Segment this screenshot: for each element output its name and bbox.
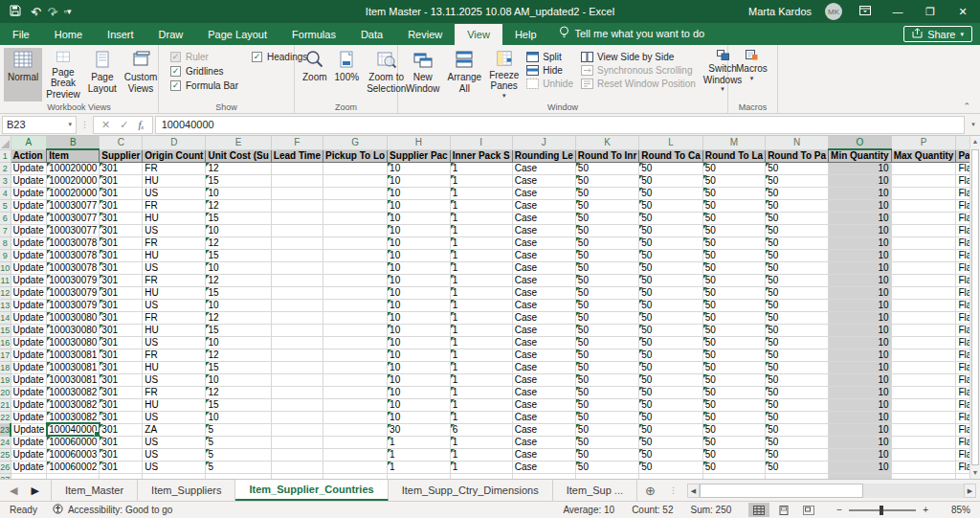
cell[interactable]: FR bbox=[143, 274, 206, 286]
cell[interactable]: 50 bbox=[702, 448, 765, 461]
cell[interactable]: 10 bbox=[206, 261, 271, 274]
cell[interactable]: Case bbox=[512, 423, 575, 436]
row-header-9[interactable]: 9 bbox=[0, 249, 11, 261]
cell[interactable] bbox=[271, 361, 323, 373]
cell[interactable]: 100020000 bbox=[47, 174, 100, 187]
cell[interactable]: 50 bbox=[766, 174, 829, 187]
normal-view-icon[interactable] bbox=[748, 503, 769, 517]
cell[interactable]: Case bbox=[512, 349, 575, 361]
cell[interactable]: 50 bbox=[639, 436, 702, 448]
cell[interactable]: 1 bbox=[450, 199, 512, 212]
row-header-18[interactable]: 18 bbox=[0, 361, 11, 373]
status-average[interactable]: Average: 10 bbox=[563, 505, 614, 515]
header-cell[interactable]: Max Quantity bbox=[891, 149, 956, 162]
column-header-C[interactable]: C bbox=[100, 136, 143, 149]
cell[interactable]: Case bbox=[512, 212, 575, 224]
cell[interactable]: 1 bbox=[450, 274, 512, 286]
cell[interactable]: 10 bbox=[829, 199, 892, 212]
cell[interactable]: 50 bbox=[639, 349, 702, 361]
cell[interactable]: 1 bbox=[450, 361, 512, 373]
cell[interactable]: 100030079 bbox=[47, 286, 100, 299]
cell[interactable]: 301 bbox=[100, 261, 143, 274]
cell[interactable]: HU bbox=[143, 286, 206, 299]
cell[interactable]: HU bbox=[143, 361, 206, 373]
cell[interactable]: 1 bbox=[388, 461, 451, 473]
cell[interactable] bbox=[271, 349, 323, 361]
cell[interactable]: 50 bbox=[702, 324, 765, 336]
cell[interactable]: Update bbox=[11, 286, 47, 299]
cell[interactable]: 50 bbox=[702, 261, 765, 274]
cell[interactable] bbox=[271, 336, 323, 349]
100%-button[interactable]: 100% bbox=[331, 48, 364, 101]
cell[interactable]: 10 bbox=[829, 461, 892, 473]
cell[interactable]: 50 bbox=[575, 299, 638, 311]
cell[interactable]: 50 bbox=[702, 249, 765, 261]
page-layout-button[interactable]: Page Layout bbox=[84, 48, 121, 101]
scroll-right-icon[interactable]: ▶ bbox=[964, 484, 976, 498]
cell[interactable]: 301 bbox=[100, 236, 143, 249]
cell[interactable] bbox=[891, 436, 956, 448]
cell[interactable]: 1 bbox=[450, 261, 512, 274]
cell[interactable]: 301 bbox=[100, 286, 143, 299]
cell[interactable]: FR bbox=[143, 236, 206, 249]
cell[interactable]: Case bbox=[512, 461, 575, 473]
cell[interactable]: 301 bbox=[100, 336, 143, 349]
cell[interactable]: 301 bbox=[100, 274, 143, 286]
cell[interactable]: 50 bbox=[702, 274, 765, 286]
cell[interactable] bbox=[891, 361, 956, 373]
cell[interactable]: 50 bbox=[639, 162, 702, 174]
cell[interactable]: 10 bbox=[388, 386, 451, 398]
cell[interactable]: Case bbox=[512, 361, 575, 373]
cell[interactable]: 1 bbox=[450, 324, 512, 336]
header-cell[interactable]: Action bbox=[11, 149, 47, 162]
cell[interactable]: 1 bbox=[450, 212, 512, 224]
cell[interactable] bbox=[891, 261, 956, 274]
minimize-button[interactable]: — bbox=[888, 6, 907, 17]
restore-button[interactable]: ❐ bbox=[921, 6, 940, 18]
cell[interactable]: Case bbox=[512, 386, 575, 398]
cell[interactable]: 50 bbox=[639, 212, 702, 224]
cell[interactable]: 50 bbox=[702, 423, 765, 436]
cell[interactable]: 50 bbox=[639, 461, 702, 473]
cell[interactable]: 50 bbox=[575, 261, 638, 274]
cell[interactable]: 100030082 bbox=[47, 398, 100, 411]
cell[interactable]: Case bbox=[512, 286, 575, 299]
cell[interactable] bbox=[271, 174, 323, 187]
cell[interactable] bbox=[323, 224, 388, 236]
cell[interactable]: 15 bbox=[206, 286, 271, 299]
cell[interactable]: 10 bbox=[388, 212, 451, 224]
cell[interactable]: 15 bbox=[206, 249, 271, 261]
cell[interactable]: 10 bbox=[388, 162, 451, 174]
cell[interactable]: 301 bbox=[100, 398, 143, 411]
cell[interactable]: 10 bbox=[388, 349, 451, 361]
cell[interactable]: 50 bbox=[766, 398, 829, 411]
cell[interactable]: 1 bbox=[450, 236, 512, 249]
cell[interactable]: 1 bbox=[450, 411, 512, 423]
column-header-N[interactable]: N bbox=[766, 136, 829, 149]
cell[interactable]: FR bbox=[143, 199, 206, 212]
column-header-D[interactable]: D bbox=[143, 136, 206, 149]
cell[interactable]: 1 bbox=[450, 461, 512, 473]
cell[interactable]: 50 bbox=[639, 236, 702, 249]
zoom-level[interactable]: 85% bbox=[946, 505, 970, 515]
checkbox-gridlines[interactable]: ✓Gridlines bbox=[170, 66, 238, 77]
collapse-ribbon-icon[interactable]: ⌃ bbox=[963, 101, 970, 111]
cell[interactable]: 301 bbox=[100, 386, 143, 398]
cell[interactable]: 1 bbox=[450, 386, 512, 398]
cell[interactable]: 50 bbox=[575, 311, 638, 324]
cell[interactable]: 12 bbox=[206, 236, 271, 249]
cell[interactable]: Case bbox=[512, 261, 575, 274]
cell[interactable] bbox=[271, 311, 323, 324]
cell[interactable]: 50 bbox=[766, 236, 829, 249]
cell[interactable]: Flat bbox=[956, 336, 969, 349]
sheet-nav-left-icon[interactable]: ◀ bbox=[10, 484, 17, 497]
cell[interactable]: 50 bbox=[639, 299, 702, 311]
cell[interactable]: 10 bbox=[829, 261, 892, 274]
cell[interactable]: 10 bbox=[829, 299, 892, 311]
row-header-21[interactable]: 21 bbox=[0, 398, 11, 411]
cell[interactable]: 301 bbox=[100, 324, 143, 336]
cell[interactable]: FR bbox=[143, 386, 206, 398]
cell[interactable]: Update bbox=[11, 386, 47, 398]
cell[interactable]: Flat bbox=[956, 398, 969, 411]
cell[interactable]: 10 bbox=[829, 174, 892, 187]
